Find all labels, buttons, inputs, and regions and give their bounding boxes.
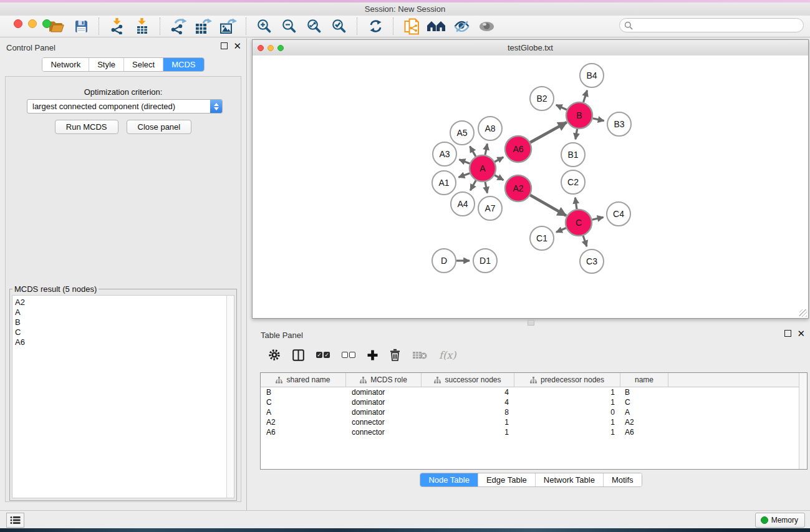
- export-network-button[interactable]: [166, 17, 191, 36]
- minimize-window-icon[interactable]: [28, 19, 37, 28]
- edge-B-B2[interactable]: [556, 105, 567, 110]
- edge-A-A8[interactable]: [485, 144, 487, 155]
- node-A7[interactable]: A7: [478, 196, 502, 220]
- table-row[interactable]: A6connector11A6: [261, 427, 807, 437]
- close-window-icon[interactable]: [14, 19, 22, 28]
- edge-A-A6[interactable]: [494, 157, 503, 162]
- mcds-result-item[interactable]: C: [12, 327, 234, 337]
- edge-C-C1[interactable]: [556, 228, 566, 233]
- close-network-icon[interactable]: [258, 45, 264, 51]
- window-resize-grip[interactable]: [799, 309, 807, 317]
- node-A8[interactable]: A8: [478, 117, 502, 140]
- node-D[interactable]: D: [432, 249, 456, 273]
- zoom-in-button[interactable]: [252, 17, 277, 36]
- control-tab-mcds[interactable]: MCDS: [163, 58, 203, 71]
- node-B1[interactable]: B1: [561, 143, 585, 167]
- criterion-dropdown[interactable]: largest connected component (directed): [27, 99, 223, 114]
- control-tab-network[interactable]: Network: [42, 58, 89, 71]
- refresh-view-button[interactable]: [363, 17, 388, 36]
- table-cell[interactable]: 1: [514, 418, 620, 427]
- edge-A6-B[interactable]: [530, 122, 567, 142]
- export-image-button[interactable]: [216, 17, 241, 36]
- maximize-network-icon[interactable]: [277, 45, 284, 51]
- float-table-panel-icon[interactable]: [784, 330, 791, 337]
- node-C[interactable]: C: [566, 210, 592, 236]
- table-row[interactable]: Bdominator41B: [261, 387, 807, 397]
- edge-A-A7[interactable]: [485, 182, 487, 193]
- run-mcds-button[interactable]: Run MCDS: [55, 120, 118, 134]
- node-C2[interactable]: C2: [561, 170, 585, 194]
- task-history-button[interactable]: [6, 513, 24, 528]
- add-column-button[interactable]: [367, 347, 378, 363]
- result-scrollbar[interactable]: [226, 296, 234, 498]
- mcds-result-item[interactable]: A: [12, 307, 234, 317]
- table-cell[interactable]: 1: [514, 388, 620, 397]
- edge-C-C4[interactable]: [592, 217, 603, 220]
- table-cell[interactable]: A6: [620, 428, 668, 437]
- mcds-result-item[interactable]: A6: [12, 337, 234, 347]
- table-cell[interactable]: 1: [514, 398, 620, 407]
- delete-column-button[interactable]: [390, 347, 400, 363]
- column-header-predecessor-nodes[interactable]: predecessor nodes: [514, 373, 620, 387]
- node-A5[interactable]: A5: [450, 121, 474, 145]
- select-all-columns-button[interactable]: ✓✓: [316, 347, 330, 363]
- table-cell[interactable]: A: [620, 408, 668, 417]
- edge-B-B4[interactable]: [584, 90, 587, 102]
- horizontal-splitter-handle[interactable]: [528, 320, 534, 326]
- table-scrollbar[interactable]: [799, 373, 807, 469]
- node-B3[interactable]: B3: [607, 112, 631, 136]
- network-window-titlebar[interactable]: testGlobe.txt: [253, 40, 808, 56]
- edge-A-A3[interactable]: [459, 160, 470, 163]
- minimize-network-icon[interactable]: [268, 45, 274, 51]
- node-D1[interactable]: D1: [473, 249, 497, 273]
- table-cell[interactable]: dominator: [346, 408, 422, 417]
- edge-A-A4[interactable]: [470, 180, 476, 190]
- node-A3[interactable]: A3: [433, 142, 456, 166]
- node-A1[interactable]: A1: [432, 171, 456, 195]
- save-session-button[interactable]: [69, 17, 94, 36]
- column-header-shared-name[interactable]: shared name: [261, 373, 346, 387]
- table-cell[interactable]: A: [261, 408, 346, 417]
- export-table-button[interactable]: [191, 17, 216, 36]
- table-cell[interactable]: A2: [261, 418, 346, 427]
- close-panel-icon[interactable]: ✕: [233, 42, 241, 49]
- node-C3[interactable]: C3: [580, 249, 604, 273]
- table-cell[interactable]: 1: [422, 418, 514, 427]
- control-tab-select[interactable]: Select: [123, 58, 163, 71]
- mcds-result-item[interactable]: A2: [12, 297, 234, 307]
- table-cell[interactable]: dominator: [346, 398, 422, 407]
- table-cell[interactable]: 1: [422, 428, 514, 437]
- column-header-name[interactable]: name: [620, 373, 668, 387]
- table-cell[interactable]: C: [261, 398, 346, 407]
- table-cell[interactable]: 1: [514, 428, 620, 437]
- zoom-window-icon[interactable]: [42, 19, 51, 28]
- close-table-panel-icon[interactable]: ✕: [797, 330, 805, 337]
- float-panel-icon[interactable]: [221, 42, 228, 49]
- show-columns-button[interactable]: [292, 347, 304, 363]
- edge-A-A5[interactable]: [470, 147, 476, 157]
- search-input[interactable]: [635, 21, 803, 31]
- table-cell[interactable]: dominator: [346, 388, 422, 397]
- table-cell[interactable]: B: [620, 388, 668, 397]
- mcds-result-item[interactable]: B: [12, 317, 234, 327]
- node-B4[interactable]: B4: [580, 64, 604, 87]
- edge-B-B3[interactable]: [592, 118, 604, 121]
- table-tab-motifs[interactable]: Motifs: [603, 473, 642, 486]
- zoom-fit-button[interactable]: [302, 17, 327, 36]
- node-A2[interactable]: A2: [505, 175, 531, 201]
- import-network-button[interactable]: [105, 17, 130, 36]
- mcds-result-list[interactable]: A2ABCA6: [12, 295, 234, 498]
- table-cell[interactable]: 4: [422, 388, 514, 397]
- edge-A2-C[interactable]: [530, 195, 566, 216]
- table-cell[interactable]: A6: [261, 428, 346, 437]
- node-A[interactable]: A: [470, 155, 496, 181]
- show-graphics-details-button[interactable]: [474, 17, 499, 36]
- table-cell[interactable]: connector: [346, 418, 422, 427]
- table-row[interactable]: Adominator80A: [261, 407, 807, 417]
- node-B[interactable]: B: [566, 102, 592, 128]
- node-A6[interactable]: A6: [505, 136, 531, 162]
- table-cell[interactable]: A2: [620, 418, 668, 427]
- table-cell[interactable]: B: [261, 388, 346, 397]
- table-cell[interactable]: connector: [346, 428, 422, 437]
- edge-B-B1[interactable]: [576, 129, 577, 140]
